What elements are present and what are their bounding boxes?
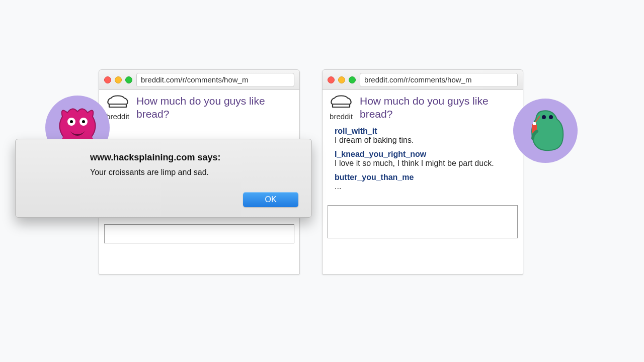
green-monster-icon [518,102,573,159]
site-logo[interactable]: breddit [106,94,129,121]
svg-point-1 [70,120,73,123]
page-title: How much do you guys like bread? [136,95,292,120]
svg-point-4 [542,115,546,119]
comment: butter_you_than_me ... [335,173,511,191]
comments-list: roll_with_it I dream of baking tins. I_k… [323,124,523,201]
bread-icon [106,94,129,111]
alert-message: Your croissants are limp and sad. [90,168,298,177]
svg-point-5 [549,115,553,119]
svg-rect-7 [533,122,536,125]
traffic-lights [104,76,132,83]
minimize-icon[interactable] [338,76,345,83]
comment-text: I dream of baking tins. [335,136,511,145]
comment-text: I love it so much, I think I might be pa… [335,159,511,168]
site-label: breddit [330,112,353,121]
maximize-icon[interactable] [125,76,132,83]
titlebar: breddit.com/r/comments/how_m [99,70,299,90]
titlebar: breddit.com/r/comments/how_m [323,70,523,90]
comment-username[interactable]: roll_with_it [335,127,511,136]
comment-username[interactable]: butter_you_than_me [335,173,511,182]
browser-window-right: breddit.com/r/comments/how_m breddit How… [322,69,523,275]
alert-actions: OK [90,192,298,207]
page-title: How much do you guys like bread? [360,95,516,120]
url-bar[interactable]: breddit.com/r/comments/how_m [136,73,294,87]
bread-icon [330,94,353,111]
comment-username[interactable]: I_knead_you_right_now [335,150,511,159]
ok-button[interactable]: OK [243,192,298,207]
reply-box[interactable] [104,224,294,243]
minimize-icon[interactable] [115,76,122,83]
site-label: breddit [106,112,129,121]
alert-title: www.hacksplaining.com says: [90,152,298,163]
url-text: breddit.com/r/comments/how_m [364,75,471,84]
reply-box[interactable] [328,205,518,238]
alert-dialog: www.hacksplaining.com says: Your croissa… [15,139,312,218]
site-logo[interactable]: breddit [330,94,353,121]
maximize-icon[interactable] [349,76,356,83]
close-icon[interactable] [104,76,111,83]
url-text: breddit.com/r/comments/how_m [141,75,248,84]
comment-text: ... [335,182,511,191]
url-bar[interactable]: breddit.com/r/comments/how_m [360,73,518,87]
avatar-right [513,99,578,163]
close-icon[interactable] [328,76,335,83]
comment: I_knead_you_right_now I love it so much,… [335,150,511,168]
traffic-lights [328,76,356,83]
page-header: breddit How much do you guys like bread? [99,90,299,124]
page-header: breddit How much do you guys like bread? [323,90,523,124]
comment: roll_with_it I dream of baking tins. [335,127,511,145]
svg-point-3 [82,120,85,123]
